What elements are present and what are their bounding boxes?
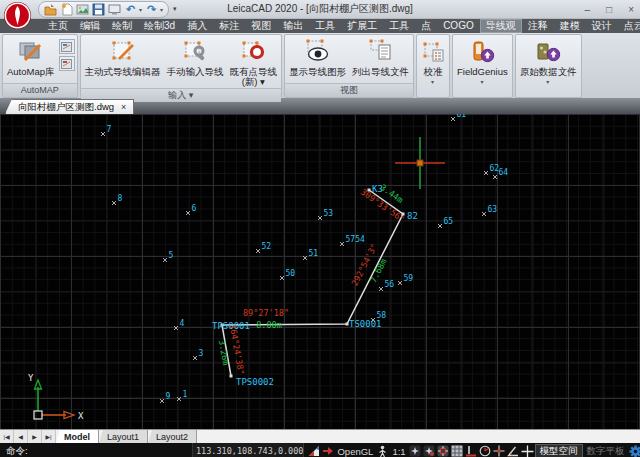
grid-icon[interactable] [451, 445, 464, 457]
survey-point-marker[interactable] [303, 256, 307, 260]
survey-point-marker[interactable] [163, 258, 167, 262]
opengl-label[interactable]: OpenGL [335, 446, 375, 457]
survey-point-label[interactable]: 3 [199, 349, 204, 358]
command-line[interactable]: 命令: [0, 445, 192, 457]
document-tab[interactable]: 向阳村棚户区测图.dwg × [5, 99, 134, 114]
survey-point-label[interactable]: 9 [166, 392, 171, 401]
ribbon-tab-7[interactable]: 输出 [277, 19, 309, 33]
layout-tab-model[interactable]: Model [56, 430, 99, 443]
maximize-button[interactable]: □ [606, 4, 612, 15]
survey-point-label[interactable]: 64 [499, 168, 509, 177]
ribbon-tab-12[interactable]: COGO [437, 19, 480, 33]
ribbon-tab-16[interactable]: 设计 [586, 19, 618, 33]
survey-point-label[interactable]: 56 [385, 280, 395, 289]
ribbon-tab-13[interactable]: 导线观 [480, 19, 522, 33]
survey-point-marker[interactable] [174, 326, 178, 330]
ribbon-tab-0[interactable]: 主页 [42, 19, 74, 33]
survey-point-marker[interactable] [484, 171, 488, 175]
survey-point-marker[interactable] [451, 117, 455, 121]
survey-point-label[interactable]: 53 [324, 209, 334, 218]
list-traverse-file-button[interactable]: 列出导线文件 [350, 37, 411, 78]
tab-nav-prev-icon[interactable]: ◀ [14, 430, 28, 443]
survey-point-label[interactable]: 5754 [346, 235, 365, 244]
survey-point-label[interactable]: 4 [180, 319, 185, 328]
model-space-button[interactable]: 模型空间 [535, 444, 583, 457]
survey-point-marker[interactable] [379, 287, 383, 291]
save-icon[interactable] [92, 3, 105, 16]
show-traverse-graphic-button[interactable]: 显示导线图形 [287, 37, 348, 78]
close-button[interactable]: × [628, 4, 634, 15]
dimension-text[interactable]: 8.00m [256, 320, 282, 330]
calibrate-button[interactable]: 校准 ▾ [419, 37, 447, 88]
station-label[interactable]: 82 [407, 211, 418, 221]
survey-point-marker[interactable] [493, 175, 497, 179]
survey-point-marker[interactable] [398, 281, 402, 285]
survey-point-marker[interactable] [193, 356, 197, 360]
survey-point-marker[interactable] [438, 224, 442, 228]
survey-point-marker[interactable] [160, 399, 164, 403]
survey-point-label[interactable]: 8 [118, 194, 123, 203]
document-tab-close-icon[interactable]: × [121, 102, 126, 112]
tab-nav-first-icon[interactable]: |◀ [0, 430, 14, 443]
osnap-target-icon[interactable] [437, 445, 450, 457]
angle-icon[interactable] [507, 445, 520, 457]
ribbon-tab-1[interactable]: 编辑 [74, 19, 106, 33]
open-icon[interactable] [44, 3, 57, 16]
raw-data-file-button[interactable]: 原始数据文件 ▾ [518, 37, 579, 88]
survey-point-label[interactable]: 52 [262, 242, 272, 251]
drawing-canvas[interactable]: 761865362646365575455251505659458391K382… [0, 114, 640, 429]
survey-point-marker[interactable] [340, 242, 344, 246]
dimension-text[interactable]: 89°27'18" [243, 308, 289, 318]
station-label[interactable]: TS0001 [349, 319, 382, 329]
scale-label[interactable]: 1:1 [390, 446, 407, 457]
ribbon-tab-14[interactable]: 注释 [522, 19, 554, 33]
ribbon-tab-5[interactable]: 标注 [213, 19, 245, 33]
crosshair-icon[interactable] [521, 445, 534, 457]
survey-point-label[interactable]: 5 [169, 251, 174, 260]
automap-small-button-2[interactable] [59, 56, 75, 71]
survey-point-label[interactable]: 6 [192, 204, 197, 213]
station-label[interactable]: TPS0002 [236, 377, 274, 387]
survey-point-label[interactable]: 65 [444, 217, 454, 226]
layout-tab-layout2[interactable]: Layout2 [148, 430, 197, 443]
gear-icon[interactable] [629, 445, 640, 457]
signal-triangle-icon[interactable] [307, 445, 320, 457]
survey-point-label[interactable]: 61 [457, 114, 467, 119]
ribbon-tab-8[interactable]: 工具 [309, 19, 341, 33]
fieldgenius-button[interactable]: FieldGenius ▾ [455, 37, 510, 88]
object-snap-icon[interactable] [423, 445, 436, 457]
new-file-icon[interactable] [60, 3, 73, 16]
tab-nav-next-icon[interactable]: ▶ [28, 430, 42, 443]
survey-point-label[interactable]: 1 [183, 390, 188, 399]
survey-point-marker[interactable] [280, 276, 284, 280]
layout-tab-layout1[interactable]: Layout1 [99, 430, 148, 443]
automap-library-button[interactable]: AutoMap库 [5, 37, 57, 78]
ribbon-tab-10[interactable]: 工具 [383, 19, 415, 33]
ribbon-tab-11[interactable]: 点 [415, 19, 437, 33]
traverse-vertex[interactable] [230, 375, 233, 378]
survey-point-label[interactable]: 51 [309, 249, 319, 258]
survey-point-label[interactable]: 50 [286, 269, 296, 278]
tab-nav-last-icon[interactable]: ▶| [42, 430, 56, 443]
survey-point-label[interactable]: 63 [488, 205, 498, 214]
survey-point-label[interactable]: 7 [107, 125, 112, 134]
ribbon-tab-15[interactable]: 建模 [554, 19, 586, 33]
ribbon-tab-3[interactable]: 绘制3d [138, 19, 181, 33]
dimension-text[interactable]: 164°24'38" [228, 323, 247, 375]
survey-point-marker[interactable] [101, 132, 105, 136]
ortho-icon[interactable] [465, 445, 478, 457]
ribbon-tab-17[interactable]: 点云 [618, 19, 640, 33]
survey-point-marker[interactable] [112, 201, 116, 205]
minimize-button[interactable]: – [585, 4, 591, 15]
osnap-marker-icon[interactable] [493, 445, 506, 457]
manual-input-traverse-button[interactable]: 手动输入导线 [165, 37, 226, 78]
ribbon-tab-4[interactable]: 插入 [181, 19, 213, 33]
polar-tracking-icon[interactable] [479, 445, 492, 457]
automap-small-button-1[interactable] [59, 39, 75, 54]
red-arrow-icon[interactable] [321, 445, 334, 457]
ribbon-tab-6[interactable]: 视图 [245, 19, 277, 33]
ribbon-tab-2[interactable]: 绘制 [106, 19, 138, 33]
image-icon[interactable] [76, 3, 89, 16]
survey-point-label[interactable]: 59 [404, 274, 414, 283]
survey-point-marker[interactable] [177, 397, 181, 401]
